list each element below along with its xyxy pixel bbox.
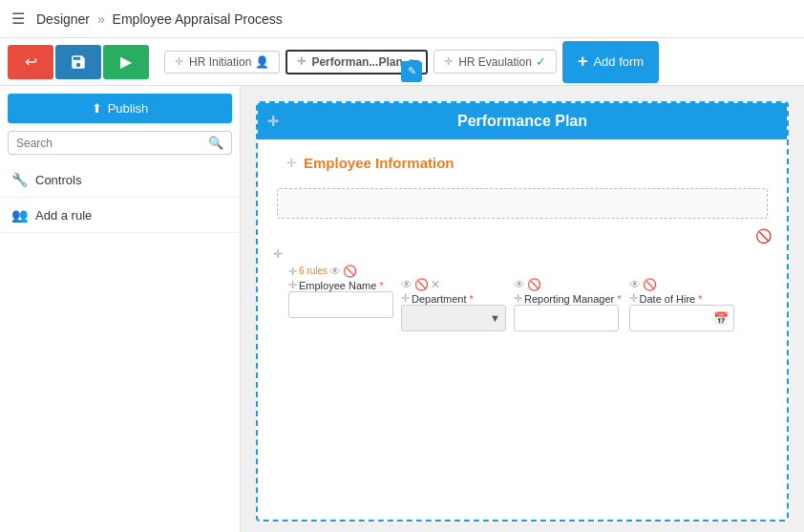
step-label: HR Initiation [189,55,251,69]
eye-icon-1[interactable]: 👁 [329,265,341,278]
step-performance-plan[interactable]: ✛ Performan...Plan ≡ ☞ ✎ [286,50,428,74]
prohibit-icon-4[interactable]: 🚫 [643,278,657,291]
breadcrumb-separator: » [97,11,105,27]
field-inner-drag-3: ✛ [514,292,522,305]
empty-row [277,188,768,219]
add-form-label: Add form [593,54,644,69]
page-title: Employee Appraisal Process [113,11,283,27]
step-user-icon: 👤 [255,55,269,69]
field-inner-drag-1: ✛ [288,279,297,291]
form-title: Performance Plan [457,113,587,130]
fields-section: ✛ ✛ 6 rules 👁 🚫 ✛ Employ [258,244,787,347]
step-hr-evaluation[interactable]: ✛ HR Evaulation ✓ [434,50,557,74]
form-canvas: ✛ Performance Plan ✛ Employee Informatio… [256,101,789,521]
add-rule-icon: 👥 [11,207,28,223]
controls-label: Controls [35,173,81,187]
form-title-bar: ✛ Performance Plan [258,103,787,139]
form-drag-handle: ✛ [267,114,279,129]
publish-button[interactable]: ⬆ Publish [8,94,232,123]
section-header: ✛ Employee Information [258,139,787,179]
search-box: 🔍 [8,131,232,155]
section-drag-icon: ✛ [286,157,296,170]
menu-icon[interactable]: ☰ [11,10,25,28]
date-of-hire-input[interactable] [629,305,734,331]
search-icon: 🔍 [208,136,223,150]
main-layout: ⬆ Publish 🔍 🔧 Controls 👥 Add a rule ✛ Pe… [0,86,804,532]
employee-name-label: Employee Name * [299,280,384,291]
prohibit-icon-2[interactable]: 🚫 [414,278,429,291]
step-drag-icon: ✛ [444,55,453,68]
breadcrumb: Designer » Employee Appraisal Process [36,11,283,27]
step-check-icon: ✓ [536,54,546,69]
department-select[interactable] [401,305,506,331]
designer-link[interactable]: Designer [36,11,90,27]
header: ☰ Designer » Employee Appraisal Process [0,0,804,38]
back-button[interactable]: ↩ [8,45,53,79]
field-inner-drag-4: ✛ [629,292,638,305]
toolbar: ↩ ▶ ✛ HR Initiation 👤 ✛ Performan...Plan… [0,38,804,86]
sidebar: ⬆ Publish 🔍 🔧 Controls 👥 Add a rule [0,86,241,532]
add-form-button[interactable]: + Add form [562,41,659,83]
prohibit-icon-3[interactable]: 🚫 [527,278,541,291]
sidebar-item-add-rule[interactable]: 👥 Add a rule [0,198,240,233]
step-label: HR Evaulation [458,55,532,69]
field-inner-drag-2: ✛ [401,292,410,305]
eye-icon-2[interactable]: 👁 [401,278,413,291]
row-drag-handle: ✛ [273,247,283,261]
add-rule-label: Add a rule [35,208,92,223]
search-input[interactable] [16,137,208,150]
date-of-hire-label: Date of Hire * [640,293,703,305]
controls-icon: 🔧 [11,172,28,187]
publish-icon: ⬆ [92,101,102,116]
section-title: Employee Information [304,155,455,171]
close-icon-2[interactable]: ✕ [431,278,440,291]
play-button[interactable]: ▶ [103,45,149,79]
reporting-manager-input[interactable] [514,305,619,331]
step-hr-initiation[interactable]: ✛ HR Initiation 👤 [164,51,280,74]
prohibit-icon-1[interactable]: 🚫 [343,265,357,278]
rules-label: 6 rules [299,266,328,276]
toolbar-action-buttons: ↩ ▶ [8,45,149,79]
eye-icon-3[interactable]: 👁 [514,278,525,291]
content-area: ✛ Performance Plan ✛ Employee Informatio… [241,86,804,532]
add-form-plus-icon: + [578,52,588,72]
step-label: Performan...Plan [311,55,402,69]
eye-icon-4[interactable]: 👁 [629,278,641,291]
field-drag-1: ✛ [288,266,297,278]
step-drag-icon: ✛ [175,55,183,68]
step-edit-button[interactable]: ✎ [401,61,422,82]
prohibit-icon-row: 🚫 [755,228,772,244]
reporting-manager-label: Reporting Manager * [524,293,622,305]
publish-label: Publish [108,101,149,116]
department-label: Department * [412,293,474,305]
save-button[interactable] [55,45,101,79]
employee-name-input[interactable] [288,291,393,318]
sidebar-item-controls[interactable]: 🔧 Controls [0,162,240,198]
step-drag-icon: ✛ [297,55,306,68]
steps-bar: ✛ HR Initiation 👤 ✛ Performan...Plan ≡ ☞… [164,41,796,83]
